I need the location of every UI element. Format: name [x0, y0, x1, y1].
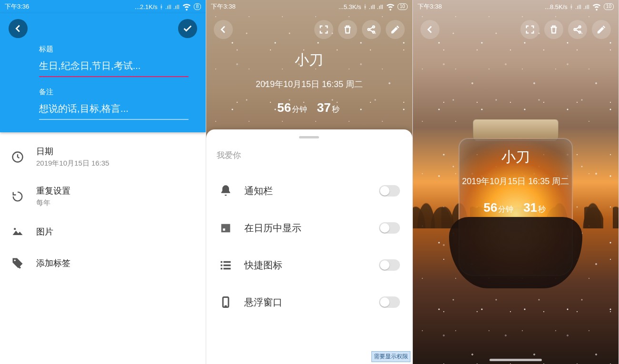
bell-icon: [219, 184, 233, 198]
screen-detail-full: 下午3:38 ...8.5K/s ᚼ .ıll .ıll 10 小刀 2019年…: [413, 0, 619, 364]
svg-rect-11: [224, 268, 231, 270]
option-repeat-label: 重复设置: [36, 185, 70, 197]
switch-calendar[interactable]: [379, 222, 400, 234]
edit-button[interactable]: [386, 20, 405, 39]
cd-sec-u: 秒: [538, 205, 546, 213]
wifi-icon: [591, 1, 602, 13]
signal-icon: .ıll: [575, 3, 581, 10]
svg-point-3: [368, 29, 369, 30]
option-repeat-value: 每年: [36, 198, 70, 207]
fullscreen-button[interactable]: [520, 20, 539, 39]
options-list: 日期 2019年10月15日 16:35 重复设置 每年 图片: [0, 132, 206, 279]
cd-min-n: 56: [277, 100, 291, 115]
row-calendar[interactable]: 在日历中显示: [206, 209, 412, 246]
share-button[interactable]: [568, 20, 587, 39]
share-button[interactable]: [362, 20, 381, 39]
back-button[interactable]: [214, 20, 233, 39]
status-bar: 下午3:38 ...8.5K/s ᚼ .ıll .ıll 10: [413, 0, 619, 13]
permission-tag[interactable]: 需要显示权限: [371, 351, 410, 362]
signal-icon: .ıll: [377, 3, 383, 10]
tag-icon: [10, 256, 25, 270]
back-button[interactable]: [420, 20, 439, 39]
option-repeat[interactable]: 重复设置 每年: [0, 177, 206, 216]
delete-button[interactable]: [544, 20, 563, 39]
bluetooth-icon: ᚼ: [569, 3, 573, 10]
cd-min-u: 分钟: [292, 105, 307, 113]
svg-point-1: [14, 228, 16, 230]
option-image-label: 图片: [36, 226, 53, 237]
row-float-label: 悬浮窗口: [244, 296, 282, 309]
edit-header: 标题 备注: [0, 13, 206, 132]
event-date: 2019年10月15日 16:35 周二: [206, 79, 412, 90]
svg-rect-9: [224, 265, 231, 266]
option-image[interactable]: 图片: [0, 216, 206, 247]
hero: 小刀 2019年10月15日 16:35 周二 56分钟 31秒: [413, 143, 619, 215]
row-notification-label: 通知栏: [244, 185, 273, 197]
option-date[interactable]: 日期 2019年10月15日 16:35: [0, 137, 206, 177]
switch-shortcut[interactable]: [379, 259, 400, 271]
row-float[interactable]: 悬浮窗口: [206, 284, 412, 321]
option-tag-label: 添加标签: [36, 257, 70, 269]
wifi-icon: [181, 1, 192, 13]
edit-button[interactable]: [592, 20, 611, 39]
status-bar: 下午3:38 ...5.3K/s ᚼ .ıll .ıll 10: [206, 0, 412, 13]
countdown: 56分钟 37秒: [206, 100, 412, 115]
event-title: 小刀: [206, 50, 412, 70]
svg-rect-10: [221, 268, 223, 270]
drag-handle-icon[interactable]: [299, 136, 319, 138]
detail-toolbar: [206, 13, 412, 46]
wifi-icon: [385, 1, 396, 13]
list-icon: [219, 258, 233, 272]
cd-sec-n: 37: [317, 100, 331, 115]
svg-point-5: [372, 31, 374, 33]
svg-point-16: [579, 31, 581, 33]
event-date: 2019年10月15日 16:35 周二: [413, 176, 619, 187]
image-icon: [10, 225, 25, 239]
status-time: 下午3:38: [211, 2, 235, 11]
note-input[interactable]: [39, 100, 189, 120]
cd-sec-n: 31: [523, 200, 537, 215]
row-shortcut[interactable]: 快捷图标: [206, 246, 412, 284]
delete-button[interactable]: [338, 20, 357, 39]
title-label: 标题: [39, 45, 189, 54]
option-tag[interactable]: 添加标签: [0, 247, 206, 279]
back-button[interactable]: [9, 19, 28, 38]
row-notification[interactable]: 通知栏: [206, 172, 412, 209]
cd-min-u: 分钟: [498, 205, 513, 213]
svg-point-14: [574, 29, 576, 30]
screen-detail-sheet: 下午3:38 ...5.3K/s ᚼ .ıll .ıll 10: [206, 0, 412, 364]
switch-notification[interactable]: [379, 185, 400, 197]
status-time: 下午3:38: [418, 2, 442, 11]
signal-icon: .ıll: [173, 3, 180, 10]
fullscreen-button[interactable]: [314, 20, 333, 39]
calendar-icon: [219, 221, 233, 235]
row-shortcut-label: 快捷图标: [244, 259, 282, 272]
bluetooth-icon: ᚼ: [160, 3, 163, 10]
battery-badge: 10: [604, 3, 614, 10]
event-title: 小刀: [413, 148, 619, 167]
switch-float[interactable]: [379, 296, 400, 308]
svg-rect-6: [221, 261, 223, 263]
status-net: ...2.1K/s: [135, 3, 158, 10]
option-date-label: 日期: [36, 146, 109, 157]
row-calendar-label: 在日历中显示: [244, 222, 301, 235]
option-date-value: 2019年10月15日 16:35: [36, 159, 109, 168]
cd-sec-u: 秒: [332, 105, 339, 113]
bottom-sheet[interactable]: 我爱你 通知栏 在日历中显示 快捷图标 悬浮窗: [206, 129, 412, 364]
clock-icon: [10, 150, 25, 164]
sheet-subtitle: 我爱你: [206, 148, 412, 172]
screen-edit-event: 下午3:36 ...2.1K/s ᚼ .ıll .ıll 8 标题 备注: [0, 0, 206, 364]
detail-toolbar: [413, 13, 619, 46]
bluetooth-icon: ᚼ: [363, 3, 367, 10]
repeat-icon: [10, 189, 25, 204]
status-net: ...8.5K/s: [545, 3, 568, 10]
svg-point-15: [579, 26, 581, 28]
nav-handle-icon[interactable]: [489, 359, 542, 361]
status-time: 下午3:36: [5, 2, 29, 11]
signal-icon: .ıll: [583, 3, 589, 10]
status-net: ...5.3K/s: [339, 3, 361, 10]
title-input[interactable]: [39, 58, 189, 77]
svg-point-4: [372, 26, 374, 28]
confirm-button[interactable]: [178, 19, 197, 38]
signal-icon: .ıll: [369, 3, 375, 10]
